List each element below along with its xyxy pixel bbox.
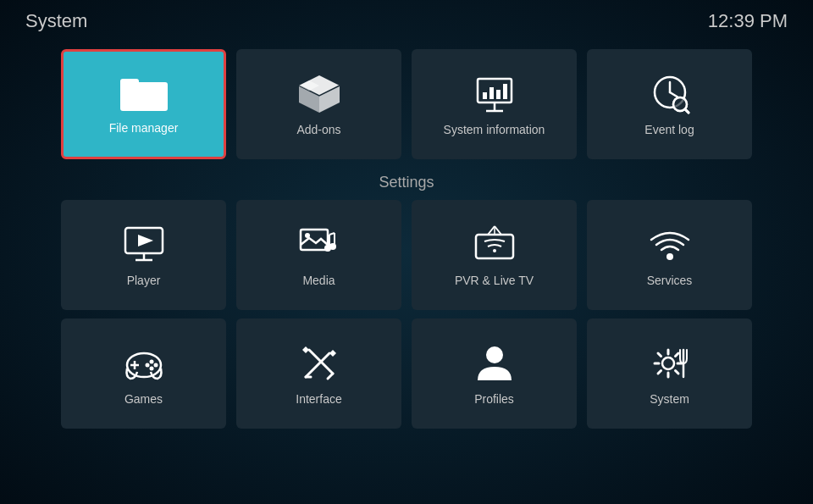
folder-icon <box>120 74 168 114</box>
system-info-icon <box>473 72 517 116</box>
svg-point-37 <box>493 249 496 252</box>
svg-line-34 <box>488 226 495 235</box>
svg-line-59 <box>675 371 678 374</box>
settings-row-1: Player Media <box>51 200 762 310</box>
pvr-icon <box>473 223 517 267</box>
system-icon <box>648 341 692 385</box>
svg-rect-26 <box>301 230 328 250</box>
tile-profiles-label: Profiles <box>474 392 514 406</box>
games-icon <box>122 341 166 385</box>
tile-player-label: Player <box>127 274 161 287</box>
tile-system[interactable]: System <box>587 318 752 429</box>
svg-point-42 <box>149 360 153 364</box>
tile-player[interactable]: Player <box>61 200 226 310</box>
svg-line-21 <box>685 109 689 113</box>
svg-point-43 <box>153 363 158 368</box>
svg-line-51 <box>328 374 333 379</box>
svg-point-38 <box>666 253 673 260</box>
services-icon <box>648 223 692 267</box>
svg-point-32 <box>329 243 336 250</box>
tile-add-ons-label: Add-ons <box>296 123 340 136</box>
svg-rect-13 <box>503 84 507 99</box>
svg-line-61 <box>658 371 661 374</box>
svg-rect-11 <box>489 87 494 99</box>
tile-games-label: Games <box>124 392 163 406</box>
svg-rect-2 <box>122 85 166 108</box>
svg-line-60 <box>675 353 678 357</box>
tile-interface-label: Interface <box>296 392 341 406</box>
svg-point-44 <box>149 367 153 371</box>
svg-marker-25 <box>138 235 153 246</box>
settings-grid: Player Media <box>0 200 813 429</box>
svg-rect-10 <box>483 92 487 99</box>
app-title: System <box>25 10 87 32</box>
svg-line-58 <box>658 353 661 357</box>
tile-event-log-label: Event log <box>644 123 694 136</box>
svg-point-45 <box>145 363 149 368</box>
svg-line-16 <box>670 92 678 97</box>
svg-point-53 <box>662 357 674 369</box>
svg-rect-33 <box>476 235 513 258</box>
top-tiles-row: File manager Add-ons Syste <box>0 49 813 159</box>
settings-row-2: Games Interface <box>51 318 762 429</box>
tile-games[interactable]: Games <box>61 318 226 429</box>
tile-add-ons[interactable]: Add-ons <box>236 49 401 159</box>
svg-point-52 <box>486 346 503 363</box>
svg-rect-12 <box>496 90 501 99</box>
svg-marker-48 <box>329 350 336 357</box>
tile-media[interactable]: Media <box>236 200 401 310</box>
settings-section: Settings Player <box>0 174 813 429</box>
clock: 12:39 PM <box>708 10 788 32</box>
tile-system-label: System <box>650 392 689 406</box>
tile-services-label: Services <box>647 274 693 287</box>
event-log-icon <box>648 72 692 116</box>
tile-pvr-live-tv[interactable]: PVR & Live TV <box>412 200 577 310</box>
tile-file-manager-label: File manager <box>109 121 179 135</box>
svg-line-35 <box>495 226 501 235</box>
tile-pvr-label: PVR & Live TV <box>455 274 534 287</box>
tile-profiles[interactable]: Profiles <box>412 318 577 429</box>
tile-system-information[interactable]: System information <box>412 49 577 159</box>
svg-marker-50 <box>302 346 309 353</box>
tile-event-log[interactable]: Event log <box>587 49 752 159</box>
tile-file-manager[interactable]: File manager <box>61 49 226 159</box>
settings-heading: Settings <box>0 174 813 191</box>
tile-interface[interactable]: Interface <box>236 318 401 429</box>
player-icon <box>122 223 166 267</box>
tile-media-label: Media <box>302 274 335 287</box>
media-icon <box>297 223 341 267</box>
profiles-icon <box>473 341 517 385</box>
addons-icon <box>297 72 341 116</box>
interface-icon <box>297 341 341 385</box>
tile-system-info-label: System information <box>444 123 545 136</box>
tile-services[interactable]: Services <box>587 200 752 310</box>
top-bar: System 12:39 PM <box>0 0 813 42</box>
